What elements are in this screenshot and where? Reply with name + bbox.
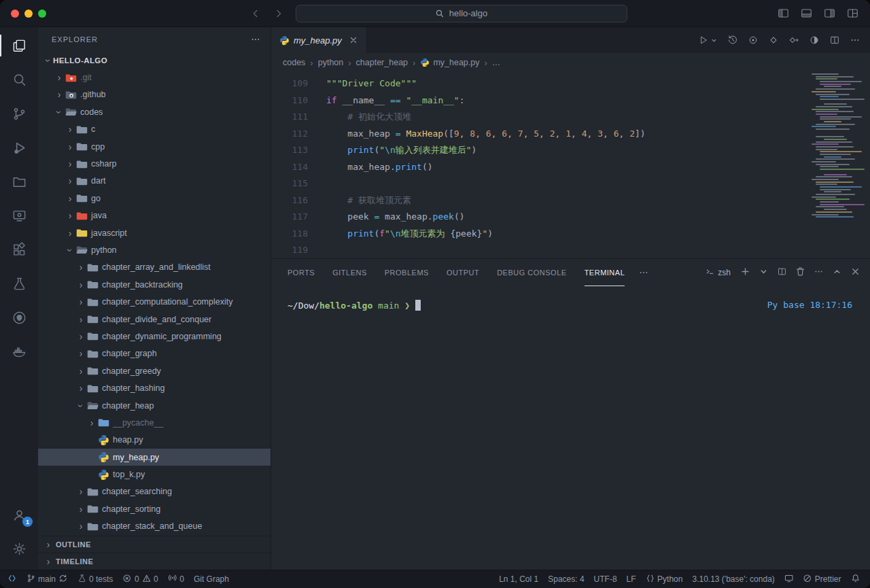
git-branch-status[interactable]: main <box>22 570 73 588</box>
ports-status[interactable]: 0 <box>163 570 189 588</box>
activity-explorer-icon[interactable] <box>0 29 38 63</box>
code-editor[interactable]: 109"""Driver Code"""110if __name__ == "_… <box>271 72 870 258</box>
tree-item-hello-algo[interactable]: ›HELLO-ALGO <box>38 52 271 69</box>
command-center-search[interactable]: hello-algo <box>296 5 627 22</box>
activity-source-control-icon[interactable] <box>0 97 38 131</box>
activity-file-manager-icon[interactable] <box>0 165 38 198</box>
tree-item-chapter-greedy[interactable]: ›chapter_greedy <box>38 362 271 379</box>
code-line-114[interactable]: 114 max_heap.print() <box>271 159 870 176</box>
outline-section-header[interactable]: › OUTLINE <box>38 536 271 553</box>
panel-tab-debug-console[interactable]: DEBUG CONSOLE <box>497 259 566 286</box>
toggle-file-blame-button[interactable] <box>809 35 820 46</box>
line-number[interactable]: 113 <box>271 142 308 159</box>
code-line-111[interactable]: 111 # 初始化大顶堆 <box>271 109 870 126</box>
code-line-118[interactable]: 118 print(f"\n堆顶元素为 {peek}") <box>271 226 870 243</box>
activity-docker-icon[interactable] <box>0 334 38 368</box>
breadcrumb-item-codes[interactable]: codes <box>283 58 305 67</box>
minimap[interactable] <box>812 73 866 219</box>
tree-item-chapter-sorting[interactable]: ›chapter_sorting <box>38 500 271 517</box>
split-editor-button[interactable] <box>829 35 840 46</box>
line-number[interactable]: 111 <box>271 109 308 126</box>
tree-item-java[interactable]: ›java <box>38 207 271 224</box>
new-terminal-button[interactable] <box>740 266 750 279</box>
code-line-109[interactable]: 109"""Driver Code""" <box>271 75 870 92</box>
code-line-115[interactable]: 115 <box>271 175 870 192</box>
tree-item-chapter-searching[interactable]: ›chapter_searching <box>38 483 271 500</box>
line-number[interactable]: 118 <box>271 226 308 243</box>
screencast-status[interactable] <box>780 570 799 588</box>
terminal[interactable]: ~/Dow/hello-algo main ❯ Py base 18:17:16 <box>271 286 870 570</box>
breadcrumb-item-[interactable]: … <box>492 58 501 67</box>
code-line-112[interactable]: 112 max_heap = MaxHeap([9, 8, 6, 6, 7, 5… <box>271 126 870 143</box>
tests-status[interactable]: 0 tests <box>73 570 118 588</box>
code-line-117[interactable]: 117 peek = max_heap.peek() <box>271 209 870 226</box>
terminal-profile-dropdown[interactable] <box>759 266 769 279</box>
cursor-position[interactable]: Ln 1, Col 1 <box>494 570 543 588</box>
explorer-more-actions-icon[interactable] <box>250 34 261 45</box>
toggle-secondary-sidebar-button[interactable] <box>823 7 836 20</box>
breadcrumb-item-python[interactable]: python <box>318 58 344 67</box>
timeline-section-header[interactable]: › TIMELINE <box>38 553 271 570</box>
tree-item-chapter-computational-complexity[interactable]: ›chapter_computational_complexity <box>38 293 271 310</box>
close-tab-icon[interactable] <box>349 35 358 45</box>
panel-tab-terminal[interactable]: TERMINAL <box>585 259 625 286</box>
indentation[interactable]: Spaces: 4 <box>543 570 589 588</box>
tree-item-python[interactable]: ›python <box>38 241 271 258</box>
toggle-primary-sidebar-button[interactable] <box>777 7 790 20</box>
file-history-button[interactable] <box>727 35 738 46</box>
notifications[interactable] <box>846 570 865 588</box>
breadcrumb-item-chapter-heap[interactable]: chapter_heap <box>356 58 408 67</box>
go-forward-button[interactable] <box>273 7 285 20</box>
zoom-window-button[interactable] <box>38 10 46 18</box>
tree-item-chapter-array-and-linkedlist[interactable]: ›chapter_array_and_linkedlist <box>38 259 271 276</box>
line-number[interactable]: 117 <box>271 209 308 226</box>
line-number[interactable]: 112 <box>271 126 308 143</box>
tree-item-chapter-hashing[interactable]: ›chapter_hashing <box>38 379 271 396</box>
activity-accounts-icon[interactable]: 1 <box>0 498 38 532</box>
tree-item-chapter-heap[interactable]: ›chapter_heap <box>38 397 271 414</box>
python-interpreter[interactable]: 3.10.13 ('base': conda) <box>687 570 779 588</box>
tree-item-dart[interactable]: ›dart <box>38 173 271 190</box>
panel-tab-ports[interactable]: PORTS <box>288 259 315 286</box>
tab-my-heap-py[interactable]: my_heap.py <box>271 27 367 53</box>
toggle-panel-button[interactable] <box>800 7 813 20</box>
panel-more-tabs-icon[interactable] <box>638 267 649 278</box>
remote-indicator[interactable] <box>3 570 22 588</box>
activity-remote-explorer-icon[interactable] <box>0 198 38 232</box>
activity-run-and-debug-icon[interactable] <box>0 131 38 165</box>
tree-item-github[interactable]: ›.github <box>38 86 271 103</box>
tree-item-go[interactable]: ›go <box>38 190 271 207</box>
code-line-116[interactable]: 116 # 获取堆顶元素 <box>271 192 870 209</box>
tree-item-csharp[interactable]: ›csharp <box>38 155 271 172</box>
gitlens-commit-graph-button[interactable] <box>748 35 759 46</box>
tree-item-git[interactable]: ›.git <box>38 69 271 86</box>
code-line-110[interactable]: 110if __name__ == "__main__": <box>271 92 870 109</box>
line-number[interactable]: 109 <box>271 75 308 92</box>
tree-item-my-heap-py[interactable]: my_heap.py <box>38 449 271 466</box>
activity-settings-icon[interactable] <box>0 532 38 566</box>
language-mode[interactable]: Python <box>641 570 688 588</box>
tree-item-chapter-graph[interactable]: ›chapter_graph <box>38 345 271 362</box>
line-number[interactable]: 114 <box>271 159 308 176</box>
panel-tab-problems[interactable]: PROBLEMS <box>385 259 429 286</box>
line-number[interactable]: 115 <box>271 175 308 192</box>
tree-item-top-k-py[interactable]: top_k.py <box>38 466 271 483</box>
panel-tab-output[interactable]: OUTPUT <box>447 259 479 286</box>
close-panel-button[interactable] <box>850 266 860 279</box>
problems-status[interactable]: 00 <box>118 570 162 588</box>
activity-github-icon[interactable] <box>0 300 38 334</box>
tree-item-chapter-dynamic-programming[interactable]: ›chapter_dynamic_programming <box>38 328 271 345</box>
breadcrumb-item-my-heap-py[interactable]: my_heap.py <box>420 58 479 67</box>
activity-testing-icon[interactable] <box>0 266 38 300</box>
open-changes-with-button[interactable] <box>788 35 799 46</box>
activity-search-icon[interactable] <box>0 63 38 97</box>
tree-item-chapter-backtracking[interactable]: ›chapter_backtracking <box>38 276 271 293</box>
split-terminal-button[interactable] <box>777 266 787 279</box>
tree-item-pycache[interactable]: ›__pycache__ <box>38 414 271 431</box>
tree-item-codes[interactable]: ›codes <box>38 103 271 120</box>
maximize-panel-button[interactable] <box>832 266 842 279</box>
line-number[interactable]: 110 <box>271 92 308 109</box>
git-graph-status[interactable]: Git Graph <box>189 570 234 588</box>
eol-sequence[interactable]: LF <box>622 570 641 588</box>
tree-item-chapter-stack-and-queue[interactable]: ›chapter_stack_and_queue <box>38 518 271 535</box>
